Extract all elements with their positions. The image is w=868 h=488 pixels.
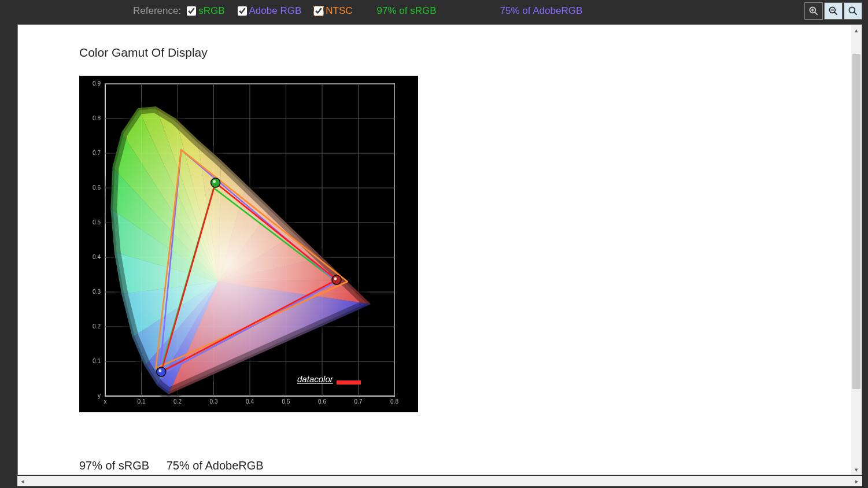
adobergb-toggle-wrap: Adobe RGB	[235, 5, 302, 17]
srgb-coverage-stat: 97% of sRGB	[377, 5, 437, 17]
svg-text:y: y	[98, 393, 101, 399]
svg-text:0.8: 0.8	[93, 115, 101, 121]
svg-text:0.7: 0.7	[93, 150, 101, 156]
zoom-reset-button[interactable]	[844, 2, 862, 20]
svg-point-70	[332, 275, 341, 284]
scroll-thumb[interactable]	[852, 54, 860, 389]
scroll-down-button[interactable]: ▾	[851, 464, 862, 475]
zoom-out-icon	[828, 5, 839, 17]
svg-text:0.6: 0.6	[93, 184, 101, 191]
svg-text:0.2: 0.2	[173, 398, 182, 405]
bottom-srgb-stat: 97% of sRGB	[79, 459, 149, 472]
svg-text:x: x	[104, 398, 107, 405]
svg-text:0.4: 0.4	[93, 254, 101, 260]
magnifier-icon	[847, 5, 859, 17]
zoom-in-button[interactable]	[804, 2, 823, 20]
svg-point-74	[157, 367, 166, 376]
svg-text:0.7: 0.7	[354, 398, 363, 405]
svg-point-75	[158, 369, 161, 372]
app-window: Reference: sRGB Adobe RGB NTSC 97% of sR…	[0, 0, 868, 488]
page-title: Color Gamut Of Display	[79, 46, 851, 60]
svg-text:0.9: 0.9	[93, 80, 101, 87]
bottom-summary: 97% of sRGB 75% of AdobeRGB	[79, 459, 278, 472]
scroll-left-button[interactable]: ◂	[17, 476, 28, 486]
gamut-chart: 0.10.20.30.40.50.60.70.80.10.20.30.40.50…	[79, 76, 418, 412]
horizontal-scrollbar[interactable]: ◂ ▸	[17, 476, 862, 486]
svg-text:0.6: 0.6	[318, 398, 326, 405]
svg-text:0.3: 0.3	[93, 289, 101, 295]
svg-text:0.1: 0.1	[138, 398, 146, 405]
adobergb-label: Adobe RGB	[249, 5, 302, 17]
zoom-buttons	[804, 2, 862, 20]
svg-text:datacolor: datacolor	[297, 374, 334, 384]
svg-text:0.8: 0.8	[390, 398, 398, 405]
ntsc-label: NTSC	[326, 5, 352, 17]
adobergb-checkbox[interactable]	[238, 6, 247, 16]
svg-point-71	[334, 278, 337, 280]
svg-text:0.3: 0.3	[210, 398, 218, 405]
svg-text:0.5: 0.5	[93, 219, 101, 225]
srgb-checkbox[interactable]	[187, 6, 196, 16]
zoom-in-icon	[808, 5, 819, 17]
bottom-argb-stat: 75% of AdobeRGB	[167, 459, 264, 472]
svg-text:0.2: 0.2	[93, 323, 101, 330]
content-frame: ▴ ▾ Color Gamut Of Display 0.10.20.30.40…	[17, 24, 862, 475]
svg-rect-77	[337, 380, 361, 385]
srgb-label: sRGB	[198, 5, 224, 17]
ntsc-checkbox[interactable]	[314, 6, 323, 16]
svg-text:0.1: 0.1	[93, 358, 101, 364]
svg-point-73	[213, 180, 216, 183]
svg-line-8	[854, 12, 857, 15]
srgb-toggle-wrap: sRGB	[184, 5, 224, 17]
gamut-chart-svg: 0.10.20.30.40.50.60.70.80.10.20.30.40.50…	[79, 76, 418, 412]
svg-text:0.5: 0.5	[282, 398, 290, 405]
svg-point-72	[211, 178, 220, 187]
svg-text:0.4: 0.4	[246, 398, 254, 405]
scroll-up-button[interactable]: ▴	[851, 25, 862, 35]
adobergb-coverage-stat: 75% of AdobeRGB	[500, 5, 583, 17]
content-inner: Color Gamut Of Display 0.10.20.30.40.50.…	[18, 25, 851, 475]
svg-line-1	[815, 12, 818, 15]
zoom-out-button[interactable]	[824, 2, 843, 20]
toolbar: Reference: sRGB Adobe RGB NTSC 97% of sR…	[0, 0, 868, 22]
vertical-scrollbar[interactable]: ▴ ▾	[851, 25, 862, 475]
scroll-right-button[interactable]: ▸	[852, 476, 862, 486]
svg-line-5	[834, 12, 837, 15]
ntsc-toggle-wrap: NTSC	[312, 5, 352, 17]
svg-point-7	[849, 7, 855, 13]
reference-label: Reference:	[133, 5, 181, 17]
